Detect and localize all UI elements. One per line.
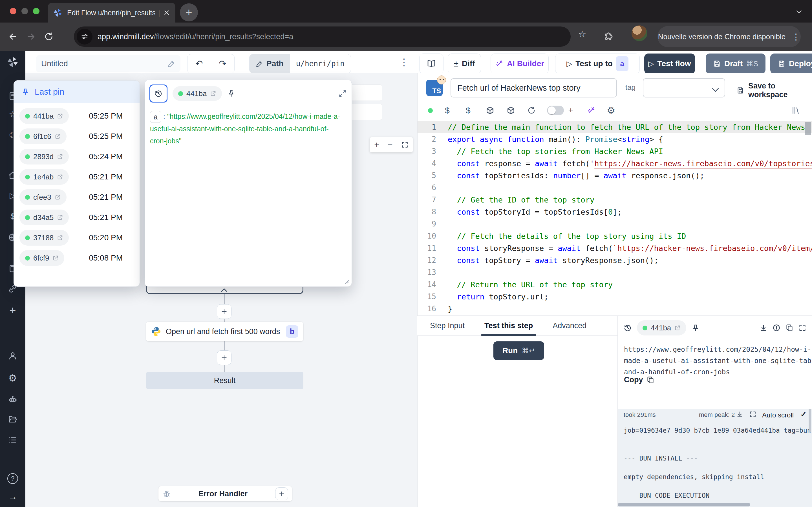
pin-list-item[interactable]: 441ba05:25 PM xyxy=(19,108,123,124)
tag-select[interactable] xyxy=(643,78,725,98)
variables-dollar-icon[interactable]: $ xyxy=(445,105,450,116)
log-horizontal-scrollbar[interactable] xyxy=(618,503,750,506)
pin-list-item[interactable]: 6fcf905:08 PM xyxy=(19,250,123,266)
save-to-workspace-button[interactable]: Save to workspace xyxy=(737,82,812,99)
run-pill[interactable]: 6fcf9 xyxy=(19,250,64,266)
info-icon[interactable] xyxy=(772,324,780,332)
add-error-handler-button[interactable] xyxy=(275,487,288,500)
tab-test-this-step[interactable]: Test this step xyxy=(485,321,533,330)
plus-minus-icon[interactable]: ± xyxy=(568,105,573,116)
extensions-puzzle-icon[interactable] xyxy=(603,30,615,41)
user-icon[interactable] xyxy=(8,351,17,360)
external-link-icon[interactable] xyxy=(52,255,59,261)
expand-logs-icon[interactable] xyxy=(749,411,756,418)
script-settings-gear-icon[interactable]: ⚙ xyxy=(607,105,615,116)
external-link-icon[interactable] xyxy=(674,325,680,331)
run-button[interactable]: Run ⌘↵ xyxy=(493,341,544,360)
run-pill[interactable]: 441ba xyxy=(19,108,69,124)
folder-icon[interactable] xyxy=(8,415,17,424)
run-pill[interactable]: d34a5 xyxy=(19,210,69,225)
flow-node-b[interactable]: Open url and fetch first 500 words of ..… xyxy=(146,322,303,341)
pin-list-item[interactable]: 1e4ab05:21 PM xyxy=(19,169,123,185)
test-up-to-step-badge[interactable]: a xyxy=(616,56,628,71)
pin-list-item[interactable]: d34a505:21 PM xyxy=(19,210,123,225)
window-minimize-button[interactable] xyxy=(21,8,28,14)
diff-mode-toggle[interactable] xyxy=(547,105,564,116)
download-logs-icon[interactable] xyxy=(736,411,744,418)
tab-advanced[interactable]: Advanced xyxy=(553,321,587,330)
run-pill[interactable]: cfee3 xyxy=(19,189,66,205)
insert-step-button[interactable] xyxy=(217,304,232,319)
external-link-icon[interactable] xyxy=(57,174,63,180)
redo-button[interactable]: ↷ xyxy=(211,58,235,69)
download-icon[interactable] xyxy=(760,324,767,332)
settings-gear-icon[interactable]: ⚙ xyxy=(0,372,26,384)
tab-search-button[interactable] xyxy=(791,4,807,20)
zoom-in-icon[interactable]: + xyxy=(374,140,379,150)
external-link-icon[interactable] xyxy=(55,194,61,200)
external-link-icon[interactable] xyxy=(210,91,216,97)
robot-icon[interactable] xyxy=(8,395,17,404)
new-tab-button[interactable]: + xyxy=(180,3,198,21)
undo-button[interactable]: ↶ xyxy=(188,58,211,69)
expand-icon[interactable] xyxy=(339,90,347,98)
run-pill[interactable]: 37188 xyxy=(19,230,69,245)
help-icon[interactable]: ? xyxy=(0,473,26,484)
run-pill[interactable]: 2893d xyxy=(19,149,69,165)
collapse-arrow-icon[interactable]: → xyxy=(0,492,26,502)
bookmark-star-icon[interactable]: ☆ xyxy=(574,29,591,40)
history-button[interactable] xyxy=(149,84,167,103)
url-text[interactable]: app.windmill.dev/flows/edit/u/henri/pin_… xyxy=(98,33,293,41)
autoscroll-checkbox[interactable]: ✓ xyxy=(801,410,807,419)
detail-list-icon[interactable] xyxy=(8,436,17,445)
draft-button[interactable]: Draft ⌘S xyxy=(706,54,765,74)
pin-icon[interactable] xyxy=(227,89,236,98)
reload-script-icon[interactable] xyxy=(527,105,536,116)
step-title-input[interactable]: Fetch url of HackerNews top story xyxy=(451,78,617,98)
result-value[interactable]: https://www.geoffreylitt.com/2025/04/12/… xyxy=(624,344,812,378)
editor-scrollbar[interactable] xyxy=(805,122,811,135)
copy-clipboard-icon[interactable] xyxy=(785,324,794,332)
fit-view-icon[interactable] xyxy=(401,141,409,149)
insert-step-button[interactable] xyxy=(217,350,232,365)
tab-close-icon[interactable] xyxy=(163,9,170,16)
pin-list-item[interactable]: 6f1c605:25 PM xyxy=(19,128,123,144)
test-up-to-button[interactable]: ▷ Test up to a xyxy=(555,54,640,74)
package-icon[interactable] xyxy=(506,105,515,116)
error-handler-node[interactable]: Error Handler xyxy=(158,486,292,501)
back-icon[interactable] xyxy=(8,32,18,42)
resize-handle-icon[interactable] xyxy=(343,278,349,284)
library-icon[interactable] xyxy=(791,105,800,116)
toolbar-kebab-icon[interactable]: ⋮ xyxy=(399,56,409,68)
path-control[interactable]: Path u/henri/pin xyxy=(249,54,351,73)
add-icon[interactable]: + xyxy=(0,304,26,317)
diff-button[interactable]: ± Diff xyxy=(448,54,481,74)
reload-icon[interactable] xyxy=(44,32,54,41)
test-flow-button[interactable]: ▷ Test flow xyxy=(644,54,695,74)
run-pill[interactable]: 1e4ab xyxy=(19,169,69,185)
path-label-segment[interactable]: Path xyxy=(250,54,290,73)
external-link-icon[interactable] xyxy=(57,154,63,160)
browser-menu-icon[interactable]: ⋮ xyxy=(792,32,800,42)
fullscreen-icon[interactable] xyxy=(799,324,806,332)
windmill-logo[interactable] xyxy=(6,56,19,68)
docs-book-button[interactable] xyxy=(419,54,444,74)
deploy-button[interactable]: Deploy xyxy=(770,54,812,74)
resources-dollar-icon[interactable]: $ xyxy=(466,105,470,116)
pinned-value[interactable]: a : "https://www.geoffreylitt.com/2025/0… xyxy=(150,110,344,147)
ai-builder-button[interactable]: AI Builder xyxy=(491,54,549,74)
history-clock-icon[interactable] xyxy=(623,324,632,332)
flow-node-result[interactable]: Result xyxy=(146,372,303,389)
copy-button[interactable]: Copy xyxy=(624,376,654,384)
pin-list-item[interactable]: 3718805:20 PM xyxy=(19,230,123,245)
code-editor[interactable]: 1// Define the main function to fetch th… xyxy=(417,121,812,316)
pin-icon[interactable] xyxy=(691,324,700,332)
package-icon[interactable] xyxy=(486,105,495,116)
external-link-icon[interactable] xyxy=(55,133,61,139)
tab-step-input[interactable]: Step Input xyxy=(430,321,465,330)
chrome-update-button[interactable]: Nouvelle version de Chrome disponible ⋮ xyxy=(658,26,801,47)
result-run-pill[interactable]: 441ba xyxy=(637,320,686,335)
ai-wand-icon[interactable] xyxy=(587,105,596,116)
log-vertical-scrollbar[interactable] xyxy=(809,409,811,433)
zoom-out-icon[interactable]: − xyxy=(388,140,393,150)
